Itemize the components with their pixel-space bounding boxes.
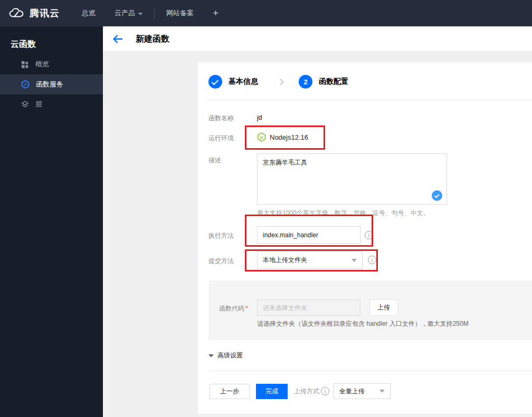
valid-check-icon	[432, 190, 442, 201]
function-code-label: 函数代码*	[219, 304, 248, 313]
handler-input[interactable]	[257, 226, 360, 244]
upload-mode-select[interactable]: 全量上传	[334, 383, 391, 399]
brand-home-link[interactable]: 腾讯云	[0, 7, 69, 20]
upload-button[interactable]: 上传	[369, 299, 398, 316]
grid-icon	[21, 61, 29, 69]
tencent-cloud-console: 腾讯云 总览 云产品 网站备案 + 云函数	[0, 0, 532, 417]
finish-button[interactable]: 完成	[256, 384, 288, 399]
step-separator-chevron-icon	[277, 79, 284, 85]
triangle-down-icon	[208, 354, 214, 357]
brand-name: 腾讯云	[30, 7, 60, 20]
page-header: 新建函数	[103, 26, 532, 52]
step2-number: 2	[299, 75, 312, 89]
upload-mode-label: 上传方式	[294, 387, 319, 396]
step2-label: 函数配置	[319, 77, 348, 86]
submit-method-info-icon[interactable]	[368, 256, 376, 264]
create-function-card: 基本信息 2 函数配置 函数名称 jd 运行环境 js Nodejs12.16	[198, 62, 532, 414]
step-indicator: 基本信息 2 函数配置	[208, 75, 348, 89]
previous-step-button[interactable]: 上一步	[210, 384, 250, 399]
required-asterisk: *	[245, 305, 248, 312]
chevron-down-icon	[138, 13, 142, 15]
back-arrow-icon[interactable]	[112, 34, 123, 44]
chevron-down-icon	[379, 390, 385, 393]
upload-mode-info-icon[interactable]	[321, 387, 329, 395]
function-code-hint: 请选择文件夹（该文件夹根目录应包含 handler 入口文件），最大支持250M	[257, 319, 469, 328]
runtime-value: js Nodejs12.16	[257, 132, 308, 142]
description-textarea[interactable]: 京东薅羊毛工具	[257, 153, 447, 205]
submit-method-label: 提交方法	[208, 257, 234, 266]
top-navigation: 总览 云产品 网站备案 +	[82, 7, 218, 19]
nav-products[interactable]: 云产品	[115, 8, 142, 18]
sidebar: 云函数 概览	[0, 26, 103, 417]
function-code-section: 函数代码* 上传 请选择文件夹（该文件夹根目录应包含 handler 入口文件）…	[208, 280, 532, 340]
page-title: 新建函数	[136, 26, 169, 52]
sidebar-item-layers[interactable]: 层	[0, 94, 103, 114]
description-label: 描述	[208, 156, 221, 165]
tencent-cloud-logo-icon	[8, 7, 24, 19]
step1-label: 基本信息	[229, 77, 258, 86]
layers-icon	[21, 101, 29, 109]
advanced-settings-toggle[interactable]: 高级设置	[208, 351, 243, 360]
runtime-label: 运行环境	[208, 134, 234, 143]
function-name-value: jd	[257, 114, 262, 121]
sidebar-menu: 概览 函数服务 层	[0, 54, 103, 114]
handler-label: 执行方法	[208, 231, 234, 240]
handler-info-icon[interactable]	[365, 231, 373, 239]
upload-mode: 上传方式	[294, 387, 329, 396]
nav-divider	[154, 8, 155, 18]
chevron-down-icon	[352, 259, 357, 262]
function-name-label: 函数名称	[208, 114, 234, 123]
step1-done-check-icon	[208, 75, 222, 89]
sidebar-title: 云函数	[0, 26, 103, 50]
content-area: 基本信息 2 函数配置 函数名称 jd 运行环境 js Nodejs12.16	[103, 52, 532, 417]
svg-text:js: js	[259, 135, 263, 140]
add-nav-tab-button[interactable]: +	[213, 7, 218, 19]
form-footer: 上一步 完成 上传方式 全量上传	[210, 383, 391, 399]
hexagon-function-icon	[21, 80, 30, 89]
advanced-settings-label: 高级设置	[217, 351, 243, 360]
divider	[208, 100, 532, 100]
submit-method-value: 本地上传文件夹	[263, 256, 307, 265]
nav-overview[interactable]: 总览	[82, 8, 96, 18]
upload-mode-value: 全量上传	[339, 387, 365, 396]
sidebar-item-function-service[interactable]: 函数服务	[0, 74, 103, 94]
nodejs-icon: js	[257, 132, 266, 142]
description-hint: 最大支持1000个英文字母，数字，空格，逗号、句号、中文。	[257, 209, 430, 218]
nav-website-beian[interactable]: 网站备案	[166, 8, 194, 18]
topbar: 腾讯云 总览 云产品 网站备案 +	[0, 0, 532, 26]
sidebar-item-overview[interactable]: 概览	[0, 54, 103, 74]
submit-method-select[interactable]: 本地上传文件夹	[257, 251, 363, 269]
folder-path-input[interactable]	[257, 299, 360, 316]
divider	[208, 371, 532, 371]
